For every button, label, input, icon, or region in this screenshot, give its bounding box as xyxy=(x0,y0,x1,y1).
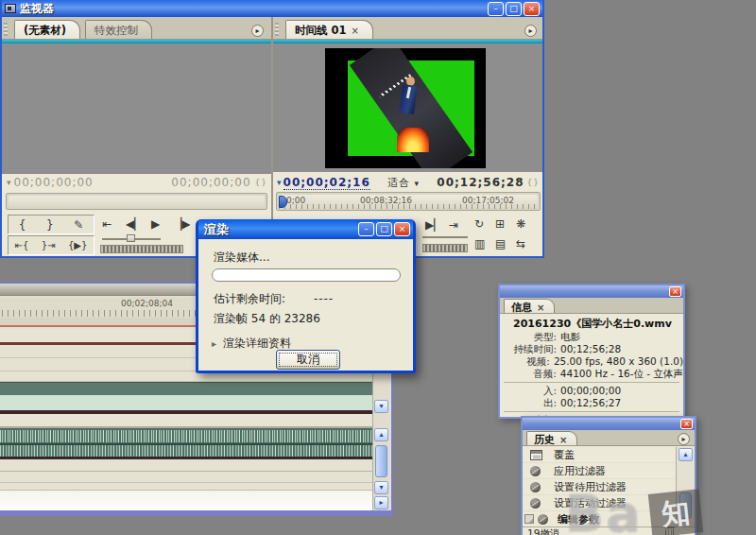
loop-button[interactable]: ↻ xyxy=(474,217,484,231)
program-timecode-row: ▾ 00;00;02;16 适合 ▾ 00;12;56;28 {} xyxy=(273,174,542,191)
tab-effect-controls[interactable]: 特效控制 xyxy=(85,20,152,39)
tab-timeline-01[interactable]: 时间线 01× xyxy=(285,20,373,39)
scroll-thumb[interactable] xyxy=(375,445,387,477)
step-forward-button[interactable]: ▕▶ xyxy=(173,217,190,231)
panel-grip[interactable] xyxy=(275,23,279,36)
filter-icon xyxy=(538,514,548,525)
pair-icon: {} xyxy=(255,178,267,187)
set-in-button[interactable]: { xyxy=(19,218,26,232)
scroll-down-button[interactable]: ▾ xyxy=(374,400,388,413)
history-item[interactable]: 覆盖 xyxy=(523,447,676,463)
export-frame-button[interactable]: ⇆ xyxy=(516,237,525,250)
source-panel-menu-button[interactable]: ▸ xyxy=(251,25,264,37)
maximize-button[interactable]: □ xyxy=(506,2,522,16)
source-ruler[interactable] xyxy=(6,193,267,210)
source-playhead-icon: ▾ xyxy=(7,178,11,187)
source-timecode-row: ▾ 00;00;00;00 00;00;00;00 {} xyxy=(2,174,271,191)
render-dialog: 渲染 – □ × 渲染媒体... 估计剩余时间: ---- 渲染帧 54 的 2… xyxy=(196,219,416,373)
history-item[interactable]: 应用过滤器 xyxy=(523,463,676,479)
tab-info[interactable]: 信息× xyxy=(504,299,555,313)
prog-step-forward-button[interactable]: ▶▏ xyxy=(425,218,442,232)
play-in-to-out-button[interactable]: {▶} xyxy=(68,240,87,250)
monitor-title: 监视器 xyxy=(20,1,54,17)
scroll-up-button[interactable]: ▴ xyxy=(374,428,388,441)
minimize-button[interactable]: – xyxy=(488,2,504,16)
scroll-down-button[interactable]: ▾ xyxy=(374,481,388,494)
goto-in-button[interactable]: ⇤ xyxy=(102,217,112,231)
info-titlebar[interactable]: × xyxy=(500,285,683,298)
prog-shuttle-slider[interactable] xyxy=(422,236,468,238)
history-titlebar[interactable]: × xyxy=(523,418,695,430)
info-filename: 20161230《国学小名士0.wmv xyxy=(513,317,683,331)
render-dialog-title: 渲染 xyxy=(204,221,229,238)
program-playhead-icon: ▾ xyxy=(277,178,282,187)
play-from-in-button[interactable]: ⇤{ xyxy=(15,240,29,250)
tab-close-icon[interactable]: × xyxy=(352,26,359,36)
video-clip-bar-light[interactable] xyxy=(0,395,372,410)
step-back-button[interactable]: ◀▏ xyxy=(126,217,143,231)
render-maximize-button[interactable]: □ xyxy=(376,222,392,236)
render-dialog-titlebar[interactable]: 渲染 – □ × xyxy=(198,219,413,239)
expand-details-icon[interactable]: ▸ xyxy=(212,338,216,349)
info-window: × 信息× 20161230《国学小名士0.wmv 类型:电影 持续时间:00;… xyxy=(498,284,685,419)
panel-grip[interactable] xyxy=(4,23,8,36)
prog-goto-out-button[interactable]: ⇥ xyxy=(449,218,458,232)
scroll-up-button[interactable]: ▴ xyxy=(679,448,693,461)
tab-close-icon[interactable]: × xyxy=(537,302,544,313)
program-current-timecode[interactable]: 00;00;02;16 xyxy=(284,176,370,190)
info-row: 持续时间:00;12;56;28 xyxy=(500,343,683,355)
play-button[interactable]: ▶ xyxy=(151,217,160,231)
info-close-button[interactable]: × xyxy=(669,286,681,297)
filter-icon xyxy=(530,466,541,476)
play-in-out-group: ⇤{ }⇥ {▶} xyxy=(8,235,94,255)
watermark-text: Ba xyxy=(565,484,643,535)
tab-close-icon[interactable]: × xyxy=(559,435,567,445)
info-row: 类型:电影 xyxy=(500,331,683,343)
fit-dropdown[interactable]: 适合 ▾ xyxy=(387,176,420,190)
program-duration-timecode: 00;12;56;28 xyxy=(437,176,524,189)
info-row: 出:00;12;56;27 xyxy=(500,397,683,409)
source-current-timecode[interactable]: 00;00;00;00 xyxy=(14,176,94,189)
info-row: 入:00;00;00;00 xyxy=(500,385,683,397)
undo-count: 19撤消 xyxy=(527,527,559,535)
program-panel-menu-button[interactable]: ▸ xyxy=(524,25,537,37)
extract-button[interactable]: ▤ xyxy=(495,237,506,250)
page-curl-icon xyxy=(524,514,534,524)
audio-waveform-track[interactable] xyxy=(0,428,372,459)
desktop: 监视器 – □ × (无素材) 特效控制 ▸ ▾ 00;00;00;00 00;… xyxy=(0,0,756,535)
render-progress-bar xyxy=(212,268,401,282)
info-separator xyxy=(504,411,679,412)
video-clip-bar[interactable] xyxy=(0,382,372,395)
close-button[interactable]: × xyxy=(524,2,540,16)
play-to-out-button[interactable]: }⇥ xyxy=(42,240,56,250)
render-close-button[interactable]: × xyxy=(394,222,410,236)
render-minimize-button[interactable]: – xyxy=(358,222,374,236)
source-duration-timecode: 00;00;00;00 xyxy=(171,176,250,189)
audio-track-empty[interactable] xyxy=(0,459,372,490)
eta-value: ---- xyxy=(314,292,334,305)
shuttle-thumb[interactable] xyxy=(127,234,135,242)
program-video-frame[interactable] xyxy=(325,48,486,168)
cancel-button[interactable]: 取消 xyxy=(276,350,340,370)
tab-history[interactable]: 历史× xyxy=(526,431,577,445)
program-ruler[interactable]: 0;00 00;08;32;16 00;17;05;02 xyxy=(276,192,541,211)
render-frame-text: 渲染帧 54 的 23286 xyxy=(214,311,320,327)
jog-wheel[interactable] xyxy=(100,245,183,253)
history-close-button[interactable]: × xyxy=(680,419,693,429)
history-panel-menu-button[interactable]: ▸ xyxy=(678,433,690,445)
in-out-group: { } ✎ xyxy=(8,215,94,234)
overwrite-icon xyxy=(530,450,542,460)
pair-icon: {} xyxy=(527,178,540,187)
prog-jog-wheel[interactable] xyxy=(422,244,468,252)
safe-margins-button[interactable]: ⊞ xyxy=(495,217,505,231)
history-tabbar: 历史× xyxy=(523,430,695,446)
set-out-button[interactable]: } xyxy=(46,218,54,232)
scroll-right-button[interactable]: ▸ xyxy=(374,496,388,509)
output-button[interactable]: ❋ xyxy=(516,217,525,231)
monitor-titlebar[interactable]: 监视器 – □ × xyxy=(2,0,542,17)
tab-no-clip[interactable]: (无素材) xyxy=(14,20,80,39)
lift-button[interactable]: ▥ xyxy=(474,237,485,250)
filter-icon xyxy=(530,482,541,492)
program-preview-area xyxy=(273,43,542,172)
marker-button[interactable]: ✎ xyxy=(74,218,83,232)
